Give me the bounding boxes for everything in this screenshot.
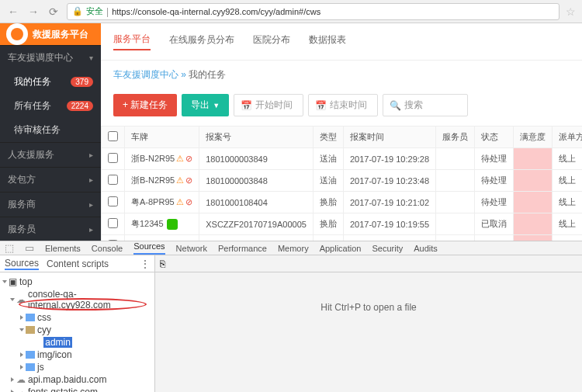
- end-date-input[interactable]: 📅结束时间: [308, 94, 378, 116]
- wechat-icon: [167, 219, 178, 230]
- tree-cyy[interactable]: cyy: [3, 324, 151, 336]
- column-header: [102, 127, 125, 148]
- type-cell: 送油: [313, 170, 343, 192]
- table-row[interactable]: 浙B-N2R95⚠⊘1801000003848送油2017-07-19 10:2…: [102, 170, 583, 192]
- tab-service-platform[interactable]: 服务平台: [113, 33, 151, 50]
- tree-img[interactable]: img/icon: [3, 349, 151, 361]
- status-cell: 待处理: [475, 148, 514, 170]
- tab-hospital[interactable]: 医院分布: [253, 33, 290, 50]
- triangle-icon: [19, 328, 24, 331]
- tree-baidu[interactable]: ☁api.map.baidu.com: [3, 373, 151, 386]
- tree-gstatic[interactable]: ☁fonts.gstatic.com: [3, 386, 151, 392]
- tree-admin[interactable]: ▪admin: [3, 336, 151, 349]
- plate-cell: 浙B-N2R95⚠⊘: [125, 148, 199, 170]
- sidebar-item-all-tasks[interactable]: 所有任务 2224: [0, 94, 101, 118]
- folder-open-icon: [26, 326, 35, 334]
- brand-name: 救援服务平台: [33, 28, 88, 41]
- bookmark-icon[interactable]: ☆: [566, 5, 576, 18]
- badge-count: 2224: [67, 101, 93, 111]
- task-table: 车牌报案号类型报案时间服务员状态满意度派单方式 浙B-N2R95⚠⊘180100…: [101, 126, 582, 241]
- tab-audits[interactable]: Audits: [414, 244, 438, 253]
- row-checkbox[interactable]: [108, 240, 118, 241]
- table-row[interactable]: 浙B-N2R95⚠⊘1801000003847送油2017-07-19 09:3…: [102, 235, 583, 241]
- sidebar-group-4[interactable]: 服务员▸: [0, 217, 101, 241]
- sidebar-group-3[interactable]: 服务商▸: [0, 192, 101, 217]
- staff-cell: [436, 170, 475, 192]
- tab-security[interactable]: Security: [372, 244, 403, 253]
- status-cell: 待处理: [475, 235, 514, 241]
- sidebar-item-my-tasks[interactable]: 我的任务 379: [0, 70, 101, 94]
- case-cell: 1801000003849: [199, 148, 314, 170]
- tab-application[interactable]: Application: [320, 244, 362, 253]
- cloud-icon: ☁: [16, 387, 26, 392]
- staff-cell: [436, 213, 475, 235]
- sidebar-group-2[interactable]: 发包方▸: [0, 167, 101, 192]
- row-checkbox[interactable]: [108, 218, 118, 228]
- table-row[interactable]: 粤12345XSCZZF20170719A00005换胎2017-07-19 1…: [102, 213, 583, 235]
- sources-editor-panel: ⎘ Hit Ctrl+P to open a file: [155, 255, 582, 392]
- clock-icon: ⊘: [185, 175, 192, 185]
- method-cell: 线上: [553, 213, 582, 235]
- row-checkbox[interactable]: [108, 196, 118, 206]
- tab-memory[interactable]: Memory: [278, 244, 309, 253]
- breadcrumb-root[interactable]: 车友援调度中心: [113, 69, 178, 80]
- folder-icon: [26, 314, 35, 321]
- brand-header: 救援服务平台: [0, 23, 101, 45]
- clock-icon: ⊘: [185, 197, 192, 206]
- tab-sources[interactable]: Sources: [133, 241, 165, 255]
- tab-network[interactable]: Network: [176, 244, 207, 253]
- more-icon[interactable]: ⋮: [140, 258, 150, 269]
- sidebar-group-1[interactable]: 人友援服务▸: [0, 142, 101, 167]
- plate-cell: 浙B-N2R95⚠⊘: [125, 235, 199, 241]
- table-row[interactable]: 粤A-8PR95⚠⊘1801000108404换胎2017-07-19 10:2…: [102, 192, 583, 213]
- url-separator: |: [106, 6, 109, 17]
- tree-css[interactable]: css: [3, 311, 151, 324]
- search-icon: 🔍: [390, 100, 401, 111]
- tree-top[interactable]: ▣top: [3, 276, 151, 288]
- row-checkbox[interactable]: [108, 153, 118, 163]
- browser-toolbar: ← → ⟳ 🔒 安全 | https://console-qa-internal…: [0, 0, 582, 23]
- tab-console[interactable]: Console: [92, 244, 123, 253]
- case-cell: 1801000003848: [199, 170, 314, 192]
- chevron-down-icon: ▾: [89, 54, 93, 62]
- folder-icon: [26, 363, 35, 371]
- start-date-input[interactable]: 📅开始时间: [234, 94, 303, 116]
- select-all-checkbox[interactable]: [108, 131, 118, 141]
- tab-elements[interactable]: Elements: [45, 244, 81, 253]
- column-header: 派单方式: [553, 127, 582, 148]
- column-header: 状态: [475, 127, 514, 148]
- sidebar-group-dispatch[interactable]: 车友援调度中心 ▾: [0, 45, 101, 70]
- inspect-icon[interactable]: ⬚: [5, 242, 14, 254]
- editor-tabs-icon[interactable]: ⎘: [160, 258, 165, 269]
- export-button[interactable]: 导出▼: [182, 94, 229, 116]
- subtab-content-scripts[interactable]: Content scripts: [47, 258, 109, 269]
- tab-performance[interactable]: Performance: [218, 244, 267, 253]
- reload-button[interactable]: ⟳: [47, 5, 61, 19]
- forward-button[interactable]: →: [26, 5, 40, 19]
- folder-icon: [26, 351, 35, 359]
- row-checkbox[interactable]: [108, 175, 118, 185]
- sidebar-item-pending[interactable]: 待审核任务: [0, 118, 101, 142]
- tree-domain[interactable]: ☁console-qa-internal.cyy928.com: [3, 288, 151, 311]
- sidebar-item-label: 我的任务: [14, 75, 51, 88]
- warning-icon: ⚠: [176, 197, 184, 206]
- new-task-button[interactable]: + 新建任务: [113, 94, 177, 116]
- search-input[interactable]: 🔍搜索: [383, 94, 468, 116]
- status-cell: 待处理: [475, 192, 514, 213]
- time-cell: 2017-07-19 09:37:35: [343, 235, 435, 241]
- tab-reports[interactable]: 数据报表: [309, 33, 346, 50]
- subtab-sources[interactable]: Sources: [5, 258, 39, 270]
- column-header: 满意度: [514, 127, 553, 148]
- device-icon[interactable]: ▭: [25, 242, 34, 254]
- satisfaction-cell: [514, 148, 553, 170]
- triangle-icon: [20, 352, 23, 357]
- warning-icon: ⚠: [176, 154, 184, 163]
- back-button[interactable]: ←: [6, 5, 20, 19]
- address-bar[interactable]: 🔒 安全 | https://console-qa-internal.cyy92…: [67, 3, 559, 20]
- method-cell: 线上: [553, 170, 582, 192]
- table-row[interactable]: 浙B-N2R95⚠⊘1801000003849送油2017-07-19 10:2…: [102, 148, 583, 170]
- tree-js[interactable]: js: [3, 361, 151, 373]
- satisfaction-cell: [514, 213, 553, 235]
- tab-online-staff[interactable]: 在线服务员分布: [169, 33, 234, 50]
- case-cell: 1801000108404: [199, 192, 314, 213]
